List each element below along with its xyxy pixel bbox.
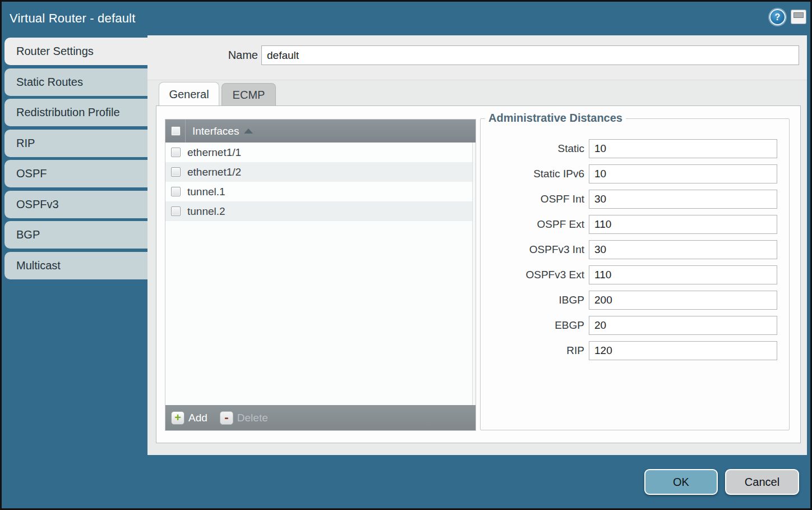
- field-row-ibgp: IBGP: [481, 291, 789, 310]
- field-row-ospfv3-int: OSPFv3 Int: [481, 240, 789, 259]
- static-input[interactable]: [589, 139, 777, 158]
- maximize-icon-glyph: [793, 12, 804, 18]
- select-all-checkbox[interactable]: [171, 126, 181, 136]
- tab-ecmp[interactable]: ECMP: [222, 83, 276, 105]
- sidebar-item-rip[interactable]: RIP: [4, 130, 147, 157]
- sidebar-item-multicast[interactable]: Multicast: [4, 252, 147, 279]
- header-column-divider: [185, 120, 186, 143]
- table-row-ethernet1-2[interactable]: ethernet1/2: [165, 162, 476, 182]
- tab-general[interactable]: General: [159, 82, 219, 105]
- interface-name: ethernet1/2: [187, 166, 241, 178]
- field-row-static-ipv6: Static IPv6: [481, 164, 789, 183]
- ospf-ext-label: OSPF Ext: [481, 218, 584, 231]
- delete-button-label: Delete: [237, 412, 268, 424]
- help-icon[interactable]: ?: [769, 9, 786, 25]
- ok-button[interactable]: OK: [644, 469, 718, 495]
- sidebar-item-ospfv3[interactable]: OSPFv3: [4, 191, 147, 218]
- sidebar-item-router-settings[interactable]: Router Settings: [4, 38, 147, 65]
- field-row-ebgp: EBGP: [481, 316, 789, 335]
- row-checkbox[interactable]: [171, 148, 181, 157]
- ospf-int-input[interactable]: [589, 190, 777, 209]
- ospf-int-label: OSPF Int: [481, 193, 584, 205]
- ibgp-label: IBGP: [481, 294, 584, 306]
- table-row-tunnel-2[interactable]: tunnel.2: [165, 201, 476, 221]
- general-tab-panel: Interfaces ethernet1/1 ethernet1/2 tunne…: [156, 105, 801, 443]
- sidebar-item-redistribution-profile[interactable]: Redistribution Profile: [4, 99, 147, 126]
- table-row-ethernet1-1[interactable]: ethernet1/1: [165, 143, 476, 162]
- add-button-label: Add: [188, 412, 207, 424]
- administrative-distances-fieldset: Administrative Distances Static Static I…: [480, 118, 790, 430]
- dialog-titlebar: Virtual Router - default ?: [2, 2, 810, 35]
- field-row-rip: RIP: [481, 341, 789, 360]
- table-row-tunnel-1[interactable]: tunnel.1: [165, 182, 476, 201]
- administrative-distances-title: Administrative Distances: [485, 112, 626, 125]
- ospf-ext-input[interactable]: [589, 215, 777, 234]
- interface-name: ethernet1/1: [187, 146, 241, 159]
- sort-ascending-icon: [244, 128, 253, 134]
- virtual-router-dialog: Virtual Router - default ? Router Settin…: [0, 0, 812, 510]
- name-label: Name: [204, 49, 258, 62]
- field-row-static: Static: [481, 139, 789, 158]
- row-checkbox[interactable]: [171, 167, 181, 177]
- interfaces-column-header[interactable]: Interfaces: [192, 125, 239, 137]
- interfaces-table: Interfaces ethernet1/1 ethernet1/2 tunne…: [165, 119, 476, 431]
- dialog-title: Virtual Router - default: [10, 2, 136, 35]
- table-scrollbar[interactable]: [472, 143, 476, 405]
- ospfv3-int-input[interactable]: [589, 240, 777, 259]
- row-checkbox[interactable]: [171, 187, 181, 196]
- static-label: Static: [481, 143, 584, 155]
- ibgp-input[interactable]: [589, 291, 777, 310]
- cancel-button[interactable]: Cancel: [725, 469, 799, 495]
- interfaces-table-body: ethernet1/1 ethernet1/2 tunnel.1 tunnel.…: [165, 143, 476, 405]
- ospfv3-ext-label: OSPFv3 Ext: [481, 269, 584, 281]
- maximize-icon[interactable]: [791, 10, 806, 24]
- administrative-distances-form: Static Static IPv6 OSPF Int OSPF Ext: [481, 139, 789, 366]
- rip-input[interactable]: [589, 341, 777, 360]
- add-button[interactable]: + Add: [171, 411, 207, 425]
- field-row-ospf-int: OSPF Int: [481, 190, 789, 209]
- rip-label: RIP: [481, 344, 584, 357]
- interface-name: tunnel.1: [187, 186, 225, 198]
- name-input[interactable]: [261, 45, 799, 65]
- router-settings-pane: Name General ECMP Interfaces ethernet1/1: [147, 35, 807, 455]
- delete-minus-icon: -: [220, 411, 233, 425]
- sidebar-item-static-routes[interactable]: Static Routes: [4, 68, 147, 96]
- sidebar-item-ospf[interactable]: OSPF: [4, 160, 147, 187]
- add-plus-icon: +: [171, 411, 184, 425]
- ospfv3-ext-input[interactable]: [589, 265, 777, 284]
- delete-button[interactable]: - Delete: [220, 411, 268, 425]
- field-row-ospf-ext: OSPF Ext: [481, 215, 789, 234]
- interface-name: tunnel.2: [187, 205, 225, 218]
- row-checkbox[interactable]: [171, 206, 181, 216]
- interfaces-table-footer: + Add - Delete: [165, 405, 476, 430]
- sidebar-item-bgp[interactable]: BGP: [4, 221, 147, 249]
- field-row-ospfv3-ext: OSPFv3 Ext: [481, 265, 789, 284]
- static-ipv6-label: Static IPv6: [481, 168, 584, 180]
- interfaces-table-header[interactable]: Interfaces: [165, 120, 476, 143]
- ebgp-input[interactable]: [589, 316, 777, 335]
- static-ipv6-input[interactable]: [589, 164, 777, 183]
- ospfv3-int-label: OSPFv3 Int: [481, 243, 584, 256]
- ebgp-label: EBGP: [481, 319, 584, 332]
